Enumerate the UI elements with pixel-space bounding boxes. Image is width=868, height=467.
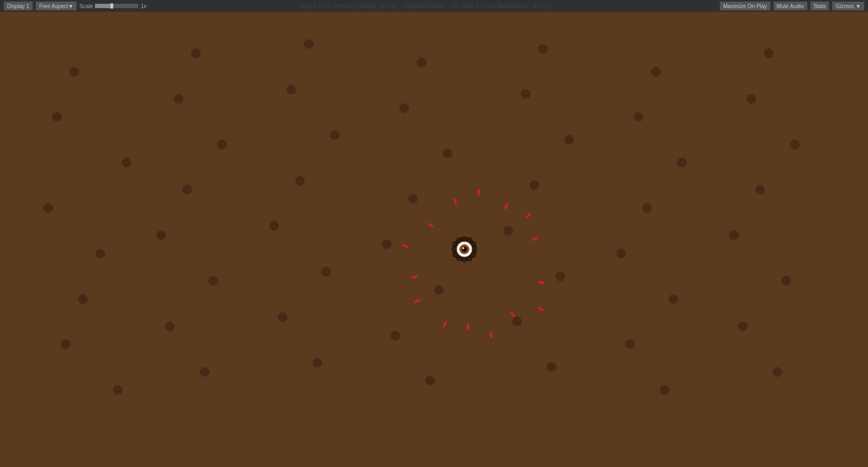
dirt-dot bbox=[52, 112, 62, 122]
aspect-selector[interactable]: Free Aspect ▼ bbox=[35, 1, 77, 11]
viewport-area: 🎬 Animator 🌐 Scene 🎮 Game 📌 ☰ Display 1 … bbox=[0, 41, 542, 467]
dirt-dot bbox=[738, 321, 748, 331]
dirt-dot bbox=[330, 130, 340, 140]
dirt-dot bbox=[182, 185, 192, 194]
mute-audio-btn[interactable]: Mute Audio bbox=[773, 1, 808, 11]
dirt-dot bbox=[113, 385, 123, 395]
dirt-dot bbox=[200, 367, 209, 377]
dirt-dot bbox=[304, 39, 314, 49]
dirt-dot bbox=[634, 112, 643, 122]
dirt-dot bbox=[668, 294, 678, 304]
dirt-dot bbox=[278, 312, 288, 322]
dirt-dot bbox=[269, 221, 279, 231]
dirt-dot bbox=[43, 203, 53, 213]
dirt-dot bbox=[729, 230, 739, 240]
bullet-particle bbox=[489, 332, 493, 339]
dirt-dot bbox=[642, 203, 652, 213]
dirt-dot bbox=[78, 294, 88, 304]
dirt-dot bbox=[677, 157, 687, 167]
dirt-dot bbox=[165, 321, 175, 331]
bullet-particle bbox=[442, 321, 447, 327]
dirt-dot bbox=[503, 226, 513, 236]
bullet-particle bbox=[538, 280, 545, 284]
dirt-dot bbox=[443, 148, 452, 158]
player-sprite bbox=[451, 236, 477, 262]
game-viewport-toolbar: Display 1 Free Aspect ▼ Scale 1x Maximiz… bbox=[0, 0, 868, 12]
dirt-dot bbox=[651, 67, 661, 77]
dirt-dot bbox=[321, 267, 331, 276]
dirt-dot bbox=[773, 367, 782, 377]
aspect-label: Free Aspect bbox=[39, 3, 68, 9]
bullet-particle bbox=[525, 212, 531, 218]
bullet-particle bbox=[503, 203, 508, 210]
dirt-dot bbox=[295, 176, 305, 186]
dirt-dot bbox=[382, 239, 392, 249]
maximize-on-play-btn[interactable]: Maximize On Play bbox=[719, 1, 771, 11]
scale-label: Scale bbox=[79, 3, 93, 9]
svg-point-10 bbox=[451, 248, 456, 251]
bullet-particle bbox=[466, 324, 469, 331]
bullet-particle bbox=[411, 275, 418, 279]
dirt-dot bbox=[625, 339, 635, 349]
dirt-dot bbox=[755, 185, 765, 194]
dirt-dot bbox=[312, 358, 322, 368]
dirt-dot bbox=[286, 85, 296, 94]
svg-point-15 bbox=[462, 247, 467, 252]
scale-value: 1x bbox=[141, 3, 146, 9]
dirt-dot bbox=[529, 180, 539, 190]
bullet-particle bbox=[453, 198, 457, 205]
dirt-dot bbox=[399, 103, 409, 113]
dirt-dot bbox=[790, 140, 800, 149]
dirt-dot bbox=[746, 94, 756, 104]
dirt-dot bbox=[156, 230, 166, 240]
dirt-dot bbox=[208, 276, 218, 286]
dirt-dot bbox=[69, 67, 79, 77]
scale-slider[interactable] bbox=[95, 4, 138, 8]
bullet-particle bbox=[532, 237, 539, 242]
bullet-particle bbox=[538, 306, 544, 312]
bullet-particle bbox=[414, 298, 420, 303]
viewport-right-controls: Maximize On Play Mute Audio Stats Gizmos… bbox=[719, 1, 865, 11]
dirt-dot bbox=[512, 317, 522, 326]
dirt-dot bbox=[391, 331, 400, 340]
svg-point-1 bbox=[463, 236, 466, 241]
dirt-dot bbox=[408, 194, 418, 204]
dirt-dot bbox=[417, 58, 426, 67]
bullet-particle bbox=[401, 244, 409, 248]
dirt-dot bbox=[434, 285, 444, 295]
dirt-dot bbox=[660, 385, 669, 395]
dirt-dot bbox=[538, 44, 548, 54]
dirt-dot bbox=[564, 135, 574, 144]
stats-btn[interactable]: Stats bbox=[810, 1, 830, 11]
svg-point-16 bbox=[462, 247, 464, 249]
dirt-dot bbox=[217, 140, 227, 149]
dirt-dot bbox=[547, 362, 557, 372]
dirt-dot bbox=[764, 48, 774, 58]
dirt-dot bbox=[521, 89, 531, 99]
dirt-dot bbox=[95, 249, 105, 258]
game-scene bbox=[0, 12, 868, 467]
bullet-particle bbox=[477, 189, 480, 195]
bullet-particle bbox=[427, 223, 434, 229]
dirt-dot bbox=[174, 94, 183, 104]
dirt-dot bbox=[425, 376, 435, 386]
main-area: 🎬 Animator 🌐 Scene 🎮 Game 📌 ☰ Display 1 … bbox=[0, 41, 868, 467]
dirt-dot bbox=[191, 48, 201, 58]
dirt-dot bbox=[781, 276, 791, 286]
svg-point-4 bbox=[473, 248, 477, 251]
svg-point-7 bbox=[463, 257, 466, 262]
bullet-particle bbox=[510, 311, 515, 318]
dirt-dot bbox=[61, 339, 71, 349]
dirt-dot bbox=[616, 249, 626, 258]
display-selector[interactable]: Display 1 bbox=[3, 1, 33, 11]
dirt-dot bbox=[122, 157, 131, 167]
dirt-dot bbox=[556, 272, 565, 281]
gizmos-btn[interactable]: Gizmos ▼ bbox=[832, 1, 865, 11]
